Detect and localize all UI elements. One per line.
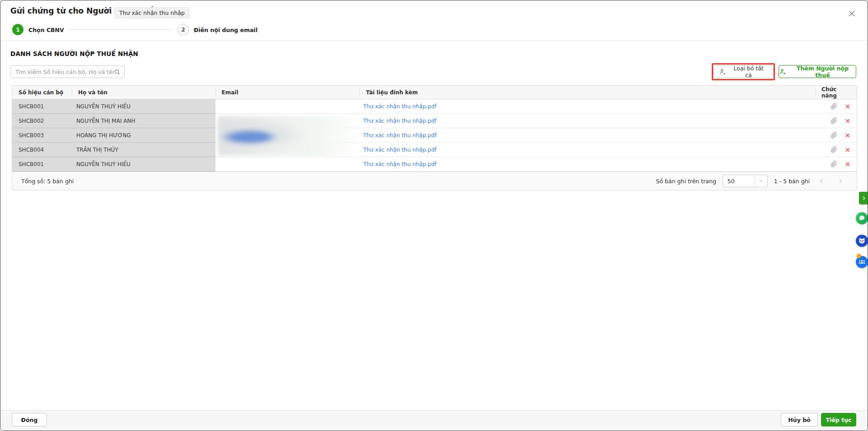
cell-email — [215, 157, 360, 171]
cell-code: SHCB002 — [12, 114, 72, 128]
add-taxpayer-button[interactable]: Thêm Người nộp thuế — [779, 65, 856, 78]
continue-button[interactable]: Tiếp tục — [821, 413, 856, 426]
attachment-link[interactable]: Thư xác nhận thu nhập.pdf — [363, 103, 436, 110]
cancel-button[interactable]: Hủy bỏ — [781, 413, 818, 426]
document-type-badge: Thư xác nhận thu nhập — [114, 7, 190, 19]
step-2-label: Điền nội dung email — [194, 27, 257, 33]
remove-row-icon[interactable] — [845, 161, 851, 167]
close-button[interactable] — [846, 8, 858, 19]
chevron-down-icon — [755, 175, 767, 187]
search-input[interactable] — [15, 69, 114, 75]
cell-name: TRẦN THỊ THÚY — [72, 143, 215, 157]
table-pagination-footer: Tổng số: 5 bản ghi Số bản ghi trên trang… — [12, 171, 857, 190]
cell-code: SHCB001 — [12, 99, 72, 114]
table-row[interactable]: SHCB001 NGUYỄN THUÝ HIẾU Thư xác nhận th… — [12, 99, 857, 114]
section-title: DANH SÁCH NGƯỜI NỘP THUẾ NHẬN — [10, 50, 138, 57]
chevron-left-icon[interactable] — [816, 176, 827, 186]
bot-icon — [858, 236, 866, 245]
remove-row-icon[interactable] — [845, 103, 851, 110]
cell-code: SHCB003 — [12, 128, 72, 143]
cell-email — [215, 143, 360, 157]
column-header-actions[interactable]: Chức năng — [815, 86, 857, 99]
column-header-code[interactable]: Số hiệu cán bộ — [12, 86, 72, 99]
stepper-connector — [69, 29, 172, 30]
expand-panel-button[interactable] — [859, 192, 868, 204]
column-header-name[interactable]: Họ và tên — [72, 86, 215, 99]
support-chat-button[interactable] — [856, 212, 868, 224]
cell-name: NGUYỄN THUÝ HIẾU — [72, 99, 215, 114]
table-header-row: Số hiệu cán bộ Họ và tên Email Tài liệu … — [12, 86, 857, 99]
people-icon — [858, 258, 866, 266]
cell-name: NGUYỄN THỊ MAI ANH — [72, 114, 215, 128]
person-remove-icon — [719, 68, 726, 75]
step-1-label: Chọn CBNV — [28, 27, 64, 33]
table-row[interactable]: SHCB001 NGUYỄN THUÝ HIẾU Thư xác nhận th… — [12, 157, 857, 171]
remove-row-icon[interactable] — [845, 132, 851, 139]
chat-icon — [858, 214, 866, 222]
attachment-link[interactable]: Thư xác nhận thu nhập.pdf — [363, 161, 436, 167]
table-row[interactable]: SHCB004 TRẦN THỊ THÚY Thư xác nhận thu n… — [12, 143, 857, 157]
send-document-modal: Gửi chứng từ cho Người nộp thuế Thư xác … — [0, 0, 868, 431]
chatbot-button[interactable] — [856, 235, 868, 247]
paperclip-icon[interactable] — [831, 117, 837, 124]
cell-email — [215, 128, 360, 143]
chevron-right-icon[interactable] — [835, 176, 846, 186]
paperclip-icon[interactable] — [831, 132, 837, 139]
notification-dot — [857, 254, 861, 258]
remove-all-highlight-annotation: Loại bỏ tất cả — [712, 63, 775, 80]
search-box — [10, 65, 125, 78]
header-divider — [0, 40, 868, 41]
add-taxpayer-label: Thêm Người nộp thuế — [789, 65, 856, 79]
attachment-link[interactable]: Thư xác nhận thu nhập.pdf — [363, 118, 436, 124]
close-modal-button[interactable]: Đóng — [12, 413, 47, 426]
paperclip-icon[interactable] — [831, 103, 837, 110]
column-header-email[interactable]: Email — [215, 86, 360, 99]
attachment-link[interactable]: Thư xác nhận thu nhập.pdf — [363, 147, 436, 153]
taxpayer-table: Số hiệu cán bộ Họ và tên Email Tài liệu … — [12, 85, 857, 190]
step-1-circle[interactable]: 1 — [12, 24, 23, 35]
table-row[interactable]: SHCB003 HOÀNG THỊ HƯƠNG Thư xác nhận thu… — [12, 128, 857, 143]
cell-code: SHCB001 — [12, 157, 72, 171]
remove-row-icon[interactable] — [845, 118, 851, 124]
cell-email — [215, 99, 360, 114]
per-page-label: Số bản ghi trên trang — [656, 178, 716, 185]
attachment-link[interactable]: Thư xác nhận thu nhập.pdf — [363, 132, 436, 139]
total-records-label: Tổng số: 5 bản ghi — [21, 178, 74, 185]
paperclip-icon[interactable] — [831, 161, 837, 167]
person-add-icon — [779, 68, 786, 75]
remove-row-icon[interactable] — [845, 147, 851, 153]
column-header-attachment[interactable]: Tài liệu đính kèm — [359, 86, 815, 99]
cell-name: HOÀNG THỊ HƯƠNG — [72, 128, 215, 143]
table-row[interactable]: SHCB002 NGUYỄN THỊ MAI ANH Thư xác nhận … — [12, 114, 857, 128]
expand-panel-icon — [861, 195, 867, 201]
per-page-value: 50 — [723, 178, 755, 185]
bottom-action-bar — [0, 410, 868, 431]
record-range-label: 1 - 5 bản ghi — [774, 178, 810, 185]
per-page-select[interactable]: 50 — [723, 175, 768, 187]
remove-all-label: Loại bỏ tất cả — [729, 65, 768, 79]
remove-all-button[interactable]: Loại bỏ tất cả — [713, 65, 774, 78]
cell-code: SHCB004 — [12, 143, 72, 157]
paperclip-icon[interactable] — [831, 146, 837, 153]
close-icon — [847, 9, 856, 18]
cell-name: NGUYỄN THUÝ HIẾU — [72, 157, 215, 171]
search-icon[interactable] — [114, 69, 121, 75]
step-2-circle[interactable]: 2 — [177, 24, 189, 35]
cell-email — [215, 114, 360, 128]
